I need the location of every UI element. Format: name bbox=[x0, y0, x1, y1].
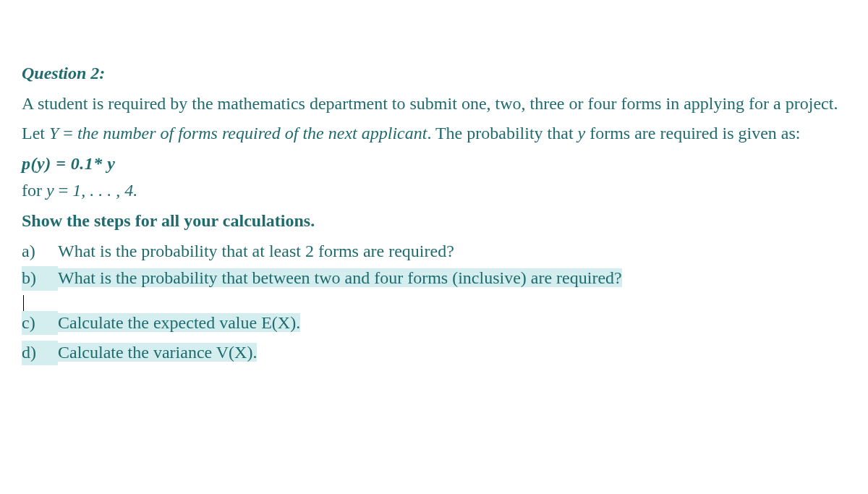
question-label-d: d) bbox=[22, 341, 58, 365]
for-text-1: for bbox=[22, 181, 46, 200]
question-label-b: b) bbox=[22, 266, 58, 291]
for-range-values: 1, . . . , 4. bbox=[72, 181, 137, 200]
intro-paragraph: A student is required by the mathematics… bbox=[22, 92, 846, 116]
question-item-c: c) Calculate the expected value E(X). bbox=[22, 311, 846, 336]
question-item-d: d) Calculate the variance V(X). bbox=[22, 341, 846, 365]
probability-formula: p(y) = 0.1* y bbox=[22, 152, 846, 176]
question-text-d: Calculate the variance V(X). bbox=[58, 343, 257, 362]
question-label-a: a) bbox=[22, 239, 58, 264]
let-text-1: Let bbox=[22, 124, 49, 142]
text-cursor bbox=[23, 294, 846, 311]
for-range: for y = 1, . . . , 4. bbox=[22, 179, 846, 203]
let-variable-y: y bbox=[578, 124, 586, 142]
definition-paragraph: Let Y = the number of forms required of … bbox=[22, 122, 846, 146]
let-variable-Y: Y bbox=[49, 124, 59, 142]
question-text-c: Calculate the expected value E(X). bbox=[58, 313, 300, 332]
question-text-a: What is the probability that at least 2 … bbox=[58, 239, 846, 264]
for-text-2: = bbox=[54, 181, 73, 200]
let-text-3: . The probability that bbox=[427, 124, 577, 142]
let-text-2: = bbox=[59, 124, 77, 142]
let-text-4: forms are required is given as: bbox=[585, 124, 800, 142]
question-item-a: a) What is the probability that at least… bbox=[22, 239, 846, 264]
question-title: Question 2: bbox=[22, 61, 846, 86]
for-variable-y: y bbox=[46, 181, 54, 200]
let-definition-italic: the number of forms required of the next… bbox=[77, 124, 427, 142]
instruction-text: Show the steps for all your calculations… bbox=[22, 209, 846, 234]
question-label-c: c) bbox=[22, 311, 58, 336]
question-text-b: What is the probability that between two… bbox=[58, 268, 622, 287]
question-item-b: b) What is the probability that between … bbox=[22, 266, 846, 291]
